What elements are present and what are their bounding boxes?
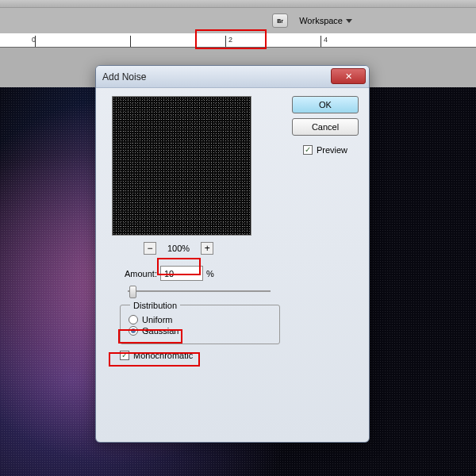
horizontal-ruler: 0 2 4	[0, 33, 476, 48]
distribution-group: Distribution Uniform Gaussian	[120, 305, 280, 344]
cancel-button[interactable]: Cancel	[292, 118, 359, 136]
bridge-icon[interactable]: Br	[272, 13, 288, 28]
dialog-titlebar[interactable]: Add Noise ✕	[96, 66, 369, 88]
cancel-label: Cancel	[312, 122, 339, 132]
amount-slider[interactable]	[128, 286, 271, 297]
dialog-title: Add Noise	[102, 71, 146, 83]
amount-input[interactable]	[160, 266, 203, 281]
add-noise-dialog: Add Noise ✕ − 100% + Amount: % Distribut…	[95, 65, 370, 443]
toolbar-strip	[0, 0, 476, 8]
monochromatic-option[interactable]: ✓ Monochromatic	[120, 351, 361, 360]
gaussian-option[interactable]: Gaussian	[129, 326, 271, 336]
close-icon: ✕	[345, 71, 352, 82]
ok-label: OK	[319, 100, 332, 109]
radio-icon	[129, 326, 138, 336]
ruler-mark: 4	[324, 36, 328, 44]
workspace-label: Workspace	[299, 16, 343, 25]
toolbar-options: Br Workspace	[0, 8, 476, 33]
gaussian-label: Gaussian	[142, 326, 178, 336]
checkbox-icon: ✓	[120, 351, 129, 360]
amount-unit: %	[206, 269, 214, 278]
toolbar: Br Workspace	[0, 0, 476, 33]
zoom-out-button[interactable]: −	[144, 242, 156, 255]
uniform-option[interactable]: Uniform	[129, 315, 271, 324]
amount-label: Amount:	[125, 269, 157, 278]
amount-row: Amount: %	[125, 266, 361, 281]
zoom-in-button[interactable]: +	[201, 242, 213, 255]
ruler-mark: 2	[228, 36, 232, 44]
zoom-level: 100%	[167, 244, 190, 253]
close-button[interactable]: ✕	[331, 68, 366, 84]
preview-toggle[interactable]: ✓ Preview	[303, 145, 347, 155]
noise-preview[interactable]	[112, 96, 251, 236]
distribution-legend: Distribution	[130, 301, 180, 310]
ok-button[interactable]: OK	[292, 96, 359, 113]
dialog-body: − 100% + Amount: % Distribution Uniform …	[96, 88, 369, 442]
uniform-label: Uniform	[142, 315, 173, 324]
workspace-dropdown[interactable]: Workspace	[294, 16, 357, 25]
preview-label: Preview	[317, 145, 347, 155]
slider-thumb[interactable]	[129, 286, 136, 298]
monochromatic-label: Monochromatic	[133, 351, 193, 360]
chevron-down-icon	[346, 19, 352, 23]
zoom-controls: − 100% +	[144, 242, 361, 255]
dialog-actions: OK Cancel ✓ Preview	[290, 96, 361, 155]
radio-icon	[129, 315, 138, 324]
checkbox-icon: ✓	[303, 145, 313, 155]
